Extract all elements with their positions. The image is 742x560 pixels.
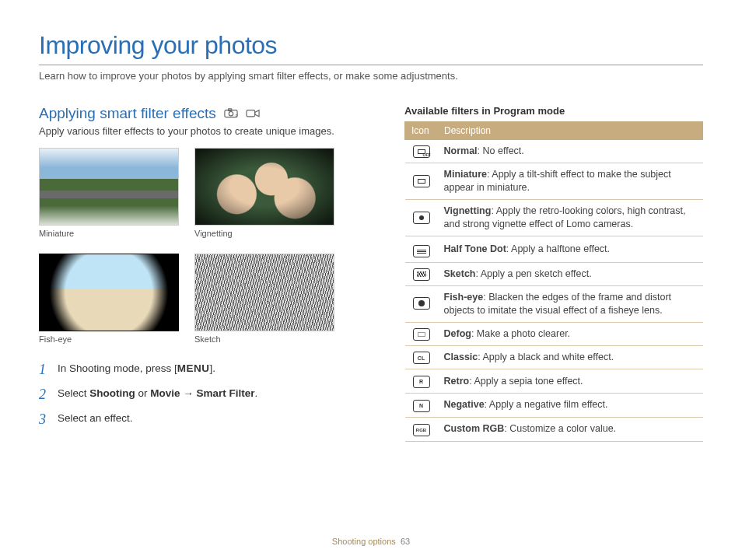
sample-fisheye: Fish-eye — [39, 254, 179, 344]
filter-name: Fish-eye — [444, 292, 484, 303]
filter-desc: : Apply a sepia tone effect. — [469, 376, 583, 387]
step-number: 1 — [39, 362, 50, 376]
step-fragment: or — [135, 387, 151, 399]
filter-desc: : Apply a halftone effect. — [506, 243, 610, 254]
camera-p-icon: P — [224, 108, 238, 119]
step-fragment: In Shooting mode, press [ — [58, 362, 177, 374]
page-subtitle: Learn how to improve your photos by appl… — [39, 70, 703, 82]
step-3: 3 Select an effect. — [39, 412, 366, 426]
filter-desc: : Customize a color value. — [504, 423, 616, 434]
svg-text:P: P — [235, 114, 237, 118]
step-fragment: Select — [58, 387, 89, 399]
table-row: Half Tone Dot: Apply a halftone effect. — [405, 236, 703, 263]
sample-image-miniature — [39, 148, 179, 226]
table-row: Sketch: Apply a pen sketch effect. — [405, 263, 703, 286]
sample-vignetting: Vignetting — [194, 148, 334, 238]
right-column: Available filters in Program mode Icon D… — [404, 105, 703, 442]
section-heading-row: Applying smart filter effects P — [39, 105, 366, 122]
sample-miniature: Miniature — [39, 148, 179, 238]
filter-name: Classic — [444, 352, 478, 362]
step-fragment: → — [180, 387, 197, 399]
table-row: R Retro: Apply a sepia tone effect. — [405, 369, 703, 394]
sample-caption: Fish-eye — [39, 334, 179, 344]
step-text: In Shooting mode, press [MENU]. — [58, 362, 215, 376]
filter-vignetting-icon — [413, 212, 430, 224]
filter-defog-icon — [413, 328, 430, 341]
filter-name: Miniature — [444, 169, 488, 180]
table-row: Fish-eye: Blacken the edges of the frame… — [405, 285, 703, 322]
table-row: RGB Custom RGB: Customize a color value. — [405, 417, 703, 441]
filter-name: Half Tone Dot — [444, 243, 506, 254]
step-bold: Smart Filter — [197, 387, 255, 399]
filter-sketch-icon — [413, 268, 430, 281]
title-underline — [39, 65, 703, 65]
filter-classic-icon: CL — [413, 352, 430, 364]
filter-customrgb-icon: RGB — [413, 424, 430, 436]
sample-caption: Miniature — [39, 229, 179, 238]
step-1: 1 In Shooting mode, press [MENU]. — [39, 362, 366, 376]
filter-desc: : Apply a negative film effect. — [485, 399, 608, 410]
step-text: Select an effect. — [58, 412, 133, 426]
step-2: 2 Select Shooting or Movie → Smart Filte… — [39, 387, 366, 401]
table-row: N Negative: Apply a negative film effect… — [405, 394, 703, 418]
filter-halftone-icon — [413, 245, 430, 257]
filter-name: Normal — [444, 145, 478, 156]
table-row: Normal: No effect. — [405, 140, 703, 163]
svg-point-2 — [229, 111, 233, 115]
sample-image-vignetting — [194, 148, 334, 226]
filter-name: Negative — [444, 399, 485, 410]
sample-sketch: Sketch — [194, 254, 334, 344]
filters-heading: Available filters in Program mode — [404, 105, 703, 117]
filter-desc: : Apply a black and white effect. — [478, 352, 614, 362]
steps-list: 1 In Shooting mode, press [MENU]. 2 Sele… — [39, 362, 366, 426]
sample-grid: Miniature Vignetting Fish-eye Sketch — [39, 148, 366, 344]
step-number: 3 — [39, 412, 50, 426]
footer-section: Shooting options — [332, 537, 396, 546]
table-row: Miniature: Apply a tilt-shift effect to … — [405, 163, 703, 200]
step-fragment: ]. — [210, 362, 216, 374]
th-desc: Description — [438, 122, 703, 140]
menu-label: MENU — [177, 362, 210, 374]
filter-desc: : Apply a pen sketch effect. — [476, 268, 592, 279]
sample-image-sketch — [194, 254, 334, 331]
filter-name: Sketch — [444, 268, 476, 279]
filter-name: Vignetting — [444, 205, 492, 216]
filter-miniature-icon — [413, 175, 430, 187]
sample-caption: Vignetting — [194, 229, 334, 238]
filter-name: Retro — [444, 376, 470, 387]
filter-desc: : Make a photo clearer. — [471, 328, 570, 339]
filter-desc: : No effect. — [478, 145, 524, 156]
th-icon: Icon — [405, 122, 438, 140]
step-bold: Shooting — [89, 387, 135, 399]
page-footer: Shooting options 63 — [0, 537, 742, 546]
step-number: 2 — [39, 387, 50, 401]
footer-page-number: 63 — [401, 537, 410, 546]
page-title: Improving your photos — [39, 31, 703, 60]
left-column: Applying smart filter effects P Apply va… — [39, 105, 366, 442]
filter-fisheye-icon — [413, 297, 430, 310]
section-desc: Apply various filter effects to your pho… — [39, 125, 366, 137]
filter-retro-icon: R — [413, 376, 430, 388]
sample-image-fisheye — [39, 254, 179, 331]
svg-rect-4 — [247, 110, 255, 117]
filter-name: Custom RGB — [444, 423, 505, 434]
content-columns: Applying smart filter effects P Apply va… — [39, 105, 703, 442]
table-row: CL Classic: Apply a black and white effe… — [405, 345, 703, 369]
table-row: Vignetting: Apply the retro-looking colo… — [405, 199, 703, 236]
section-heading: Applying smart filter effects — [39, 105, 216, 122]
filter-negative-icon: N — [413, 400, 430, 412]
step-fragment: . — [255, 387, 258, 399]
movie-icon — [246, 108, 260, 119]
sample-caption: Sketch — [194, 334, 334, 344]
filters-table: Icon Description Normal: No effect. Mini… — [404, 121, 703, 442]
filter-normal-icon — [413, 145, 430, 158]
step-bold: Movie — [150, 387, 180, 399]
filter-name: Defog — [444, 328, 471, 339]
step-text: Select Shooting or Movie → Smart Filter. — [58, 387, 257, 401]
table-row: Defog: Make a photo clearer. — [405, 322, 703, 345]
